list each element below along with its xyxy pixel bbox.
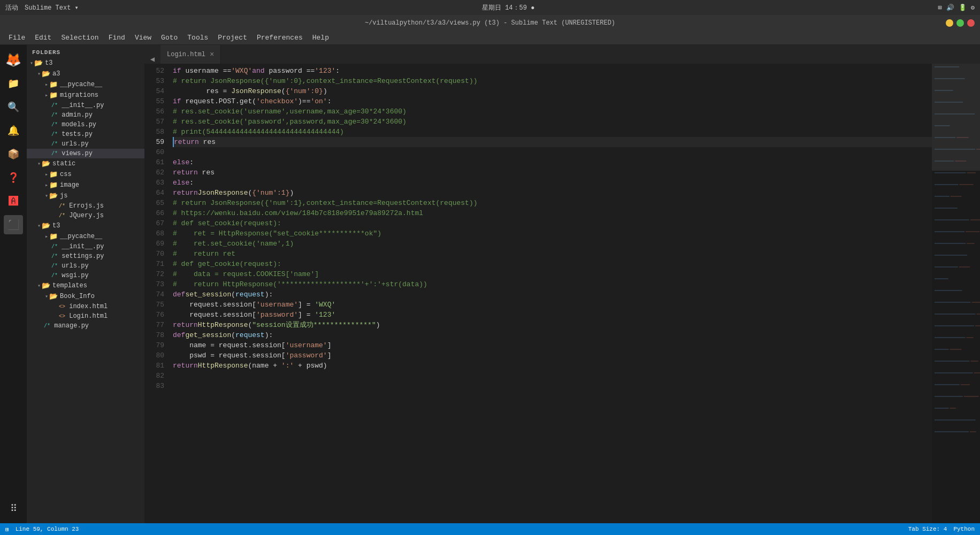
tree-item[interactable]: /* settings.py <box>27 251 144 261</box>
maximize-button[interactable] <box>956 19 964 27</box>
tree-label: admin.py <box>62 111 93 119</box>
tree-label: __pycache__ <box>60 81 102 88</box>
code-line: # data = request.COOKIES['name'] <box>173 269 932 279</box>
system-bar-left: 活动 Sublime Text ▾ <box>5 3 79 12</box>
menu-item-tools[interactable]: Tools <box>183 33 212 43</box>
activity-terminal[interactable]: ⬛ <box>4 215 23 234</box>
tab-label: Login.html <box>167 51 205 58</box>
activity-help[interactable]: ❓ <box>4 168 23 187</box>
tree-label: index.html <box>69 303 108 310</box>
tree-item[interactable]: ▾📂t3 <box>27 58 144 68</box>
tree-item[interactable]: ▸📁image <box>27 180 144 190</box>
code-line: else: <box>173 157 932 167</box>
network-icon[interactable]: ⊞ <box>938 4 942 12</box>
line-number: 55 <box>144 96 164 106</box>
tree-item[interactable]: ▾📂a3 <box>27 68 144 79</box>
code-line: # return ret <box>173 249 932 259</box>
close-button[interactable] <box>967 19 975 27</box>
tree-item[interactable]: <> index.html <box>27 302 144 311</box>
tree-item[interactable]: /* wsgi.py <box>27 271 144 280</box>
tree-item[interactable]: /* JQuery.js <box>27 211 144 220</box>
volume-icon[interactable]: 🔊 <box>946 4 954 12</box>
tree-item[interactable]: /* Errojs.js <box>27 201 144 211</box>
tree-item[interactable]: /* tests.py <box>27 129 144 139</box>
tree-label: templates <box>52 282 87 289</box>
tree-item[interactable]: ▾📂static <box>27 158 144 169</box>
activity-notifications[interactable]: 🔔 <box>4 121 23 140</box>
menu-bar: FileEditSelectionFindViewGotoToolsProjec… <box>0 31 980 45</box>
menu-item-view[interactable]: View <box>131 33 156 43</box>
menu-item-edit[interactable]: Edit <box>30 33 56 43</box>
tree-item[interactable]: /* admin.py <box>27 110 144 120</box>
code-line: # res.set_cookie('username',username,max… <box>173 106 932 117</box>
activity-search[interactable]: 🔍 <box>4 97 23 117</box>
app-name-label[interactable]: Sublime Text ▾ <box>25 4 79 12</box>
minimap <box>932 64 980 523</box>
menu-item-goto[interactable]: Goto <box>157 33 182 43</box>
tree-item[interactable]: /* __init__.py <box>27 242 144 251</box>
tree-label: __init__.py <box>62 243 104 250</box>
minimize-button[interactable] <box>946 19 953 27</box>
tab-close[interactable]: × <box>210 51 214 58</box>
activity-firefox[interactable]: 🦊 <box>4 50 23 70</box>
tree-item[interactable]: /* models.py <box>27 120 144 129</box>
menu-item-help[interactable]: Help <box>308 33 333 43</box>
activity-extensions[interactable]: 📦 <box>4 144 23 164</box>
tree-label: JQuery.js <box>69 212 104 219</box>
settings-icon[interactable]: ⚙ <box>971 4 975 12</box>
code-line: pswd = request.session['password'] <box>173 350 932 361</box>
file-tree: ▾📂t3▾📂a3▸📁__pycache__▸📁migrations/* __in… <box>27 58 144 331</box>
activity-grid[interactable]: ⠿ <box>4 499 23 518</box>
code-line: res = JsonResponse({'num':0}) <box>173 86 932 96</box>
line-number: 62 <box>144 167 164 178</box>
tree-label: Login.html <box>69 312 108 320</box>
line-number: 77 <box>144 320 164 330</box>
tree-item[interactable]: /* __init__.py <box>27 101 144 110</box>
code-editor[interactable]: 5253545556575859606162636465666768697071… <box>144 64 980 523</box>
activity-a[interactable]: 🅰 <box>4 192 23 211</box>
line-number: 70 <box>144 249 164 259</box>
status-language[interactable]: Python <box>953 526 975 532</box>
tree-item[interactable]: <> Login.html <box>27 311 144 321</box>
line-number: 53 <box>144 76 164 86</box>
code-line: def get_session(request): <box>173 330 932 340</box>
tree-label: urls.py <box>62 140 88 148</box>
tree-item[interactable]: ▾📂t3 <box>27 220 144 231</box>
tree-item[interactable]: /* manage.py <box>27 321 144 331</box>
tabs-nav-left[interactable]: ◀ <box>144 55 160 64</box>
tree-item[interactable]: ▾📂Book_Info <box>27 291 144 302</box>
menu-item-find[interactable]: Find <box>104 33 129 43</box>
tree-item[interactable]: /* views.py <box>27 149 144 158</box>
line-number: 54 <box>144 86 164 96</box>
code-line: request.session['username'] = 'WXQ' <box>173 300 932 310</box>
line-number: 61 <box>144 157 164 167</box>
code-line: # res.set_cookie('password',password,max… <box>173 117 932 127</box>
tree-item[interactable]: ▸📁__pycache__ <box>27 231 144 242</box>
code-line: # return JsonResponse({'num':1},context_… <box>173 198 932 208</box>
menu-item-selection[interactable]: Selection <box>57 33 103 43</box>
activity-files[interactable]: 📁 <box>4 74 23 93</box>
battery-icon[interactable]: 🔋 <box>959 4 967 12</box>
menu-item-file[interactable]: File <box>4 33 29 43</box>
code-content[interactable]: if username == 'WXQ' and password == '12… <box>169 64 932 523</box>
tree-label: t3 <box>52 222 60 230</box>
tree-item[interactable]: ▾📂templates <box>27 280 144 291</box>
activities-label[interactable]: 活动 <box>5 3 18 12</box>
tree-item[interactable]: ▾📂js <box>27 190 144 201</box>
system-bar: 活动 Sublime Text ▾ 星期日 14：59 ● ⊞ 🔊 🔋 ⚙ <box>0 0 980 15</box>
system-bar-right: ⊞ 🔊 🔋 ⚙ <box>938 4 975 12</box>
tab-Login-html[interactable]: Login.html× <box>160 45 221 64</box>
code-line: # https://wenku.baidu.com/view/184b7c818… <box>173 208 932 218</box>
activity-bar: 🦊 📁 🔍 🔔 📦 ❓ 🅰 ⬛ ⠿ <box>0 45 27 523</box>
tree-item[interactable]: ▸📁__pycache__ <box>27 79 144 90</box>
tree-item[interactable]: ▸📁migrations <box>27 90 144 101</box>
tree-label: t3 <box>45 59 52 67</box>
menu-item-project[interactable]: Project <box>213 33 251 43</box>
editor-area: ◀ views.py×urls.py×Login.html× 525354555… <box>144 45 980 523</box>
menu-item-preferences[interactable]: Preferences <box>252 33 307 43</box>
tree-label: __init__.py <box>62 102 104 109</box>
line-number: 74 <box>144 289 164 300</box>
tree-item[interactable]: /* urls.py <box>27 261 144 271</box>
tree-item[interactable]: /* urls.py <box>27 139 144 149</box>
tree-item[interactable]: ▸📁css <box>27 169 144 180</box>
